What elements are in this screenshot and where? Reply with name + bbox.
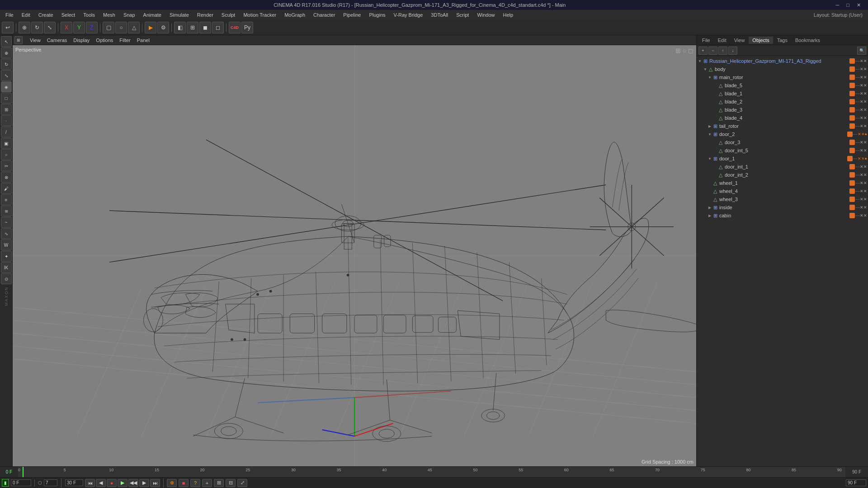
rp-search-btn[interactable]: 🔍 [857, 47, 866, 55]
rp-tab-bookmarks[interactable]: Bookmarks [792, 37, 824, 44]
record-stop-btn[interactable]: ■ [179, 479, 189, 487]
menu-window[interactable]: Window [473, 11, 498, 19]
rp-tab-view[interactable]: View [731, 37, 749, 44]
object-mode[interactable]: □ [1, 93, 12, 103]
dope-sheet-btn[interactable]: ⊟ [226, 479, 236, 487]
menu-character[interactable]: Character [310, 11, 339, 19]
move-mode[interactable]: ⊕ [1, 47, 12, 58]
edge-mode[interactable]: / [1, 127, 12, 137]
record-keyframe-btn[interactable]: ⊕ [167, 479, 177, 487]
play-reverse-button[interactable]: ◀◀ [128, 479, 138, 487]
menu-simulate[interactable]: Simulate [166, 11, 193, 19]
record-button[interactable]: ● [107, 479, 117, 487]
goto-start-button[interactable]: ⏮ [85, 479, 95, 487]
point-mode[interactable]: · [1, 115, 12, 126]
tree-door-int2[interactable]: △ door_int_2 ···· ✕✕ [697, 171, 868, 179]
viewport[interactable]: Perspective ⊞ ○ ◻ .wire { stroke: #333; … [13, 45, 696, 466]
render-settings[interactable]: ⚙ [157, 22, 169, 33]
viewport-texture[interactable]: ◼ [199, 22, 211, 33]
tree-tail-rotor[interactable]: ▶ ⊞ tail_rotor ···· ✕✕ [697, 122, 868, 130]
weight-tool[interactable]: W [1, 239, 12, 250]
menu-create[interactable]: Create [35, 11, 57, 19]
menu-pipeline[interactable]: Pipeline [340, 11, 364, 19]
tree-expand-door2[interactable]: ▼ [708, 132, 712, 136]
timeline-ruler[interactable]: 0 5 10 15 20 25 30 35 40 45 50 55 60 65 … [18, 467, 845, 477]
goto-end-button[interactable]: ⏭ [150, 479, 160, 487]
timeline-playhead[interactable] [23, 467, 24, 477]
deform-tool[interactable]: ≋ [1, 206, 12, 216]
menu-vray[interactable]: V-Ray Bridge [390, 11, 427, 19]
tree-expand-root[interactable]: ▼ [698, 59, 702, 63]
rp-move-down-btn[interactable]: ↓ [728, 47, 737, 55]
vp-menu-display[interactable]: Display [71, 37, 92, 44]
x-axis[interactable]: X [61, 22, 72, 33]
menu-help[interactable]: Help [500, 11, 517, 19]
key-mode-btn[interactable]: ⊞ [214, 479, 224, 487]
menu-file[interactable]: File [2, 11, 17, 19]
tree-door-int1[interactable]: △ door_int_1 ···· ✕✕ [697, 163, 868, 171]
poly-select[interactable]: △ [128, 22, 140, 33]
menu-mesh[interactable]: Mesh [99, 11, 119, 19]
vp-expand[interactable]: ⊞ [14, 36, 23, 44]
tree-body[interactable]: ▼ △ body ···· ✕✕ [697, 65, 868, 73]
vp-menu-options[interactable]: Options [93, 37, 116, 44]
tree-blade5[interactable]: △ blade_5 ···· ✕✕ [697, 81, 868, 89]
tree-inside[interactable]: ▶ ⊞ inside ···· ✕✕ [697, 203, 868, 211]
rp-delete-btn[interactable]: − [708, 47, 717, 55]
expand-timeline-btn[interactable]: ⤢ [237, 479, 247, 487]
menu-snap[interactable]: Snap [120, 11, 139, 19]
spline-tool[interactable]: ~ [1, 217, 12, 228]
tree-expand-door1[interactable]: ▼ [708, 157, 712, 161]
lasso-tool[interactable]: ○ [115, 22, 127, 33]
ik-tool[interactable]: IK [1, 262, 12, 273]
rotate-mode[interactable]: ↻ [1, 59, 12, 70]
tree-expand-cabin[interactable]: ▶ [708, 214, 712, 218]
tree-wheel1[interactable]: △ wheel_1 ···· ✕✕ [697, 179, 868, 187]
current-frame-input[interactable] [11, 479, 31, 486]
tree-door2[interactable]: ▼ ⊞ door_2 ···· ✕✕● [697, 130, 868, 138]
move-tool[interactable]: ⊕ [19, 22, 30, 33]
tree-root[interactable]: ▼ ⊞ Russian_Helicopter_Gazprom_MI-171_A3… [697, 57, 868, 65]
viewport-4up[interactable]: ⊞ [187, 22, 198, 33]
play-button[interactable]: ▶ [118, 479, 127, 487]
undo-button[interactable]: ↩ [2, 22, 14, 33]
rp-new-btn[interactable]: + [698, 47, 708, 55]
rp-tab-edit[interactable]: Edit [714, 37, 730, 44]
brush-tool[interactable]: ○ [1, 149, 12, 160]
tree-blade4[interactable]: △ blade_4 ···· ✕✕ [697, 114, 868, 122]
viewport-solo[interactable]: ◧ [174, 22, 186, 33]
maximize-button[interactable]: □ [846, 2, 849, 8]
timeline-mode-btn[interactable]: + [202, 479, 212, 487]
menu-render[interactable]: Render [193, 11, 217, 19]
vp-menu-panel[interactable]: Panel [134, 37, 152, 44]
menu-3dtoall[interactable]: 3DToAll [427, 11, 452, 19]
tree-wheel3[interactable]: △ wheel_3 ···· ✕✕ [697, 195, 868, 203]
joint-tool[interactable]: ✦ [1, 251, 12, 262]
tree-expand-body[interactable]: ▼ [703, 67, 708, 71]
vp-menu-cameras[interactable]: Cameras [44, 37, 70, 44]
magnet-tool[interactable]: ⊗ [1, 172, 12, 183]
pointer-tool[interactable]: ↖ [1, 36, 12, 47]
paint-tool[interactable]: 🖌 [1, 183, 12, 194]
model-mode[interactable]: ◈ [1, 81, 12, 92]
record-anim-btn[interactable]: ? [190, 479, 200, 487]
y-axis[interactable]: Y [73, 22, 85, 33]
fps-display[interactable] [65, 479, 83, 486]
texture-mode[interactable]: ⊞ [1, 104, 12, 115]
rp-tab-file[interactable]: File [698, 37, 714, 44]
tree-expand-tail-rotor[interactable]: ▶ [708, 124, 712, 128]
menu-script[interactable]: Script [453, 11, 472, 19]
viewport-wire[interactable]: ◻ [212, 22, 224, 33]
scale-tool[interactable]: ⤡ [44, 22, 56, 33]
render-btn[interactable]: ▶ [145, 22, 156, 33]
morph-tool[interactable]: ∿ [1, 228, 12, 239]
tree-door3[interactable]: △ door_3 ···· ✕✕ [697, 138, 868, 146]
tree-door-int5[interactable]: △ door_int_5 ···· ✕✕ [697, 146, 868, 155]
rp-tab-objects[interactable]: Objects [749, 37, 773, 44]
minimize-button[interactable]: ─ [836, 2, 840, 8]
constraint-tool[interactable]: ⊙ [1, 273, 12, 284]
menu-animate[interactable]: Animate [140, 11, 165, 19]
next-frame-button[interactable]: ▶ [139, 479, 149, 487]
menu-plugins[interactable]: Plugins [365, 11, 389, 19]
end-frame-input[interactable] [846, 479, 866, 486]
